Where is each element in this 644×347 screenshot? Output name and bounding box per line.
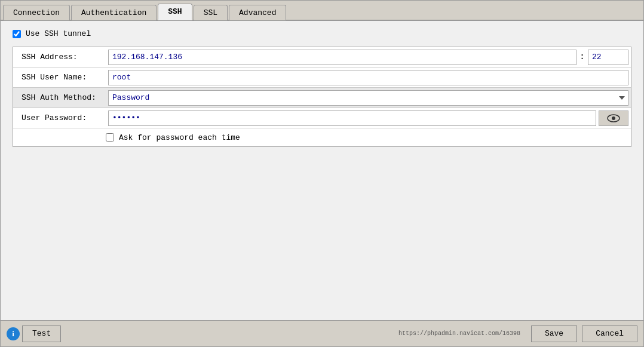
port-colon: : xyxy=(576,52,588,62)
svg-point-1 xyxy=(612,116,615,120)
bottom-url: https://phpadmin.navicat.com/16398 xyxy=(398,330,520,337)
ssh-auth-method-row: SSH Auth Method: Password Public Key Cer… xyxy=(13,88,631,108)
tab-ssl[interactable]: SSL xyxy=(194,5,228,20)
ssh-auth-method-input-area: Password Public Key Certificate xyxy=(106,88,631,108)
user-password-input-area xyxy=(106,109,631,128)
tab-authentication[interactable]: Authentication xyxy=(71,5,157,20)
ssh-username-label: SSH User Name: xyxy=(13,70,106,84)
bottom-left: i Test xyxy=(7,325,61,342)
user-password-label: User Password: xyxy=(13,111,106,125)
show-password-button[interactable] xyxy=(599,110,628,126)
info-icon: i xyxy=(7,327,20,340)
main-window: Connection Authentication SSH SSL Advanc… xyxy=(0,0,644,347)
password-row-inputs xyxy=(108,110,628,126)
use-ssh-tunnel-label[interactable]: Use SSH tunnel xyxy=(26,29,91,38)
ssh-username-row: SSH User Name: xyxy=(13,67,631,88)
save-button[interactable]: Save xyxy=(531,325,577,342)
ssh-username-input[interactable] xyxy=(108,70,628,85)
ask-password-checkbox[interactable] xyxy=(106,133,114,142)
ssh-address-with-port: : xyxy=(108,50,628,65)
user-password-input[interactable] xyxy=(108,110,596,126)
tab-bar: Connection Authentication SSH SSL Advanc… xyxy=(1,1,643,21)
tab-advanced[interactable]: Advanced xyxy=(229,5,286,20)
ssh-auth-method-select-wrapper: Password Public Key Certificate xyxy=(108,90,628,106)
ssh-auth-method-select[interactable]: Password Public Key Certificate xyxy=(108,90,628,106)
ssh-address-row: SSH Address: : xyxy=(13,47,631,67)
ask-password-label[interactable]: Ask for password each time xyxy=(119,133,240,142)
tab-ssh[interactable]: SSH xyxy=(158,4,192,20)
user-password-row: User Password: xyxy=(13,108,631,128)
form-section: SSH Address: : SSH User Name: SSH xyxy=(13,47,631,147)
use-ssh-tunnel-row: Use SSH tunnel xyxy=(13,29,631,38)
ssh-port-input[interactable] xyxy=(588,50,628,65)
ssh-username-input-area xyxy=(106,68,631,87)
eye-icon xyxy=(606,113,621,123)
tab-connection[interactable]: Connection xyxy=(3,5,70,20)
bottom-bar: i Test https://phpadmin.navicat.com/1639… xyxy=(1,320,643,346)
ssh-address-input[interactable] xyxy=(108,50,576,65)
cancel-button[interactable]: Cancel xyxy=(582,325,637,342)
use-ssh-tunnel-checkbox[interactable] xyxy=(13,30,21,38)
bottom-right: https://phpadmin.navicat.com/16398 Save … xyxy=(398,325,637,342)
ssh-address-label: SSH Address: xyxy=(13,50,106,64)
ssh-address-input-area: : xyxy=(106,48,631,67)
content-area: Use SSH tunnel SSH Address: : SSH User N… xyxy=(1,21,643,320)
ask-password-row: Ask for password each time xyxy=(13,128,631,146)
ssh-auth-method-label: SSH Auth Method: xyxy=(13,91,106,105)
test-button[interactable]: Test xyxy=(22,325,61,342)
